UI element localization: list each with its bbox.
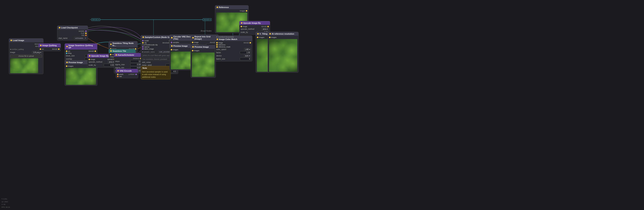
image-label-left: IMAGE ● bbox=[91, 18, 100, 21]
image-label-right: IMAGE ● bbox=[203, 18, 212, 21]
connections-overlay bbox=[0, 0, 644, 210]
load-image-preview bbox=[10, 58, 42, 73]
upscale-image-2-header: Upscale Image By bbox=[240, 21, 270, 25]
repeat-into-grid-header: Repeat Into Grid (Image) bbox=[191, 35, 218, 41]
image-color-match-node[interactable]: ✏ ComfyUI Essentials Image Color Match i… bbox=[215, 35, 252, 61]
comfyui-quilting-label: ■ comfyui_quilting bbox=[10, 48, 42, 50]
load-image-outputs: IMAGE MASK bbox=[10, 43, 42, 47]
seamless-tile-header: Seamless Tile bbox=[109, 49, 136, 53]
image-quilting-node[interactable]: Image Quilting src IMAGE bbox=[38, 43, 61, 51]
load-image-header: Load Image bbox=[9, 38, 43, 42]
karras-header: KarrasScheduler bbox=[114, 53, 143, 57]
note-node: Note here ancestral sampler is used to a… bbox=[141, 66, 171, 79]
load-checkpoint-header: Load Checkpoint bbox=[57, 26, 88, 29]
broad-nodes-label: Broad Nodes bbox=[201, 30, 212, 32]
preview-image-3-header: Preview Image bbox=[191, 45, 216, 49]
preview-image-node-3[interactable]: Preview Image images bbox=[190, 45, 216, 78]
image-seamless-header: Image Seamless Quilting SP bbox=[65, 44, 97, 50]
at-reference-node[interactable]: At reference resolution images bbox=[268, 32, 298, 73]
file-upload-btn[interactable]: choose file to upload bbox=[10, 55, 42, 58]
seamless-tiling-1-header: Seamless Tiling Node fo... bbox=[109, 41, 138, 47]
at-reference-header: At reference resolution bbox=[268, 32, 298, 36]
vae-encode-header: VAE Encode bbox=[116, 69, 138, 73]
node-canvas[interactable]: Load Image IMAGE MASK ■ comfyui_quilting bbox=[0, 0, 644, 210]
vae-encode-node[interactable]: VAE Encode pixels vae LATENT bbox=[116, 69, 138, 78]
image-filename[interactable]: 118.png ▾ bbox=[32, 51, 42, 54]
load-checkpoint-node[interactable]: Load Checkpoint MODEL CLIP VAE ckpt_name bbox=[57, 26, 88, 41]
load-image-node[interactable]: Load Image IMAGE MASK ■ comfyui_quilting bbox=[9, 38, 44, 74]
reference-header: Reference bbox=[215, 5, 248, 9]
checkpoint-name[interactable]: sd15realistic... ▾ bbox=[74, 37, 87, 39]
performance-info: T: 0.0% 10: 2/6/2 V: 60 FPS: 60.24 bbox=[2, 198, 10, 209]
load-image-body: IMAGE MASK ■ comfyui_quilting image 118.… bbox=[9, 42, 43, 74]
image-color-match-header: ✏ ComfyUI Essentials bbox=[215, 36, 252, 37]
image-quilting-header: Image Quilting bbox=[38, 44, 61, 47]
